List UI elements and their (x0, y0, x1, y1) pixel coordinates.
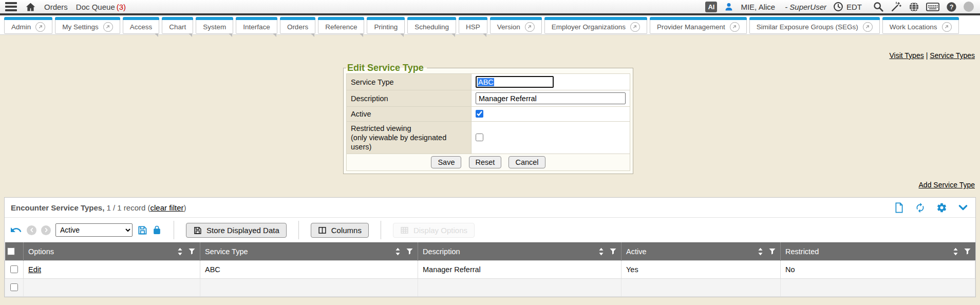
sort-icon[interactable] (598, 248, 604, 256)
user-icon[interactable] (724, 2, 734, 12)
add-service-type-link[interactable]: Add Service Type (919, 181, 975, 189)
cell-description: Manager Referral (418, 261, 621, 279)
header-label: Service Type (205, 247, 248, 256)
filter-icon[interactable] (964, 249, 971, 255)
tab-provider-management[interactable]: Provider Management (650, 17, 747, 34)
header-service-type[interactable]: Service Type (200, 243, 418, 261)
tab-similar-exposure-groups[interactable]: Similar Exposure Groups (SEGs) (749, 17, 880, 34)
header-restricted[interactable]: Restricted (781, 243, 975, 261)
sort-icon[interactable] (953, 248, 958, 256)
new-document-icon[interactable] (894, 202, 904, 213)
form-buttons-row: Save Reset Cancel (347, 154, 630, 171)
service-types-link[interactable]: Service Types (930, 51, 975, 60)
store-displayed-data-button[interactable]: Store Displayed Data (186, 223, 287, 238)
tab-label: Work Locations (890, 23, 937, 31)
doc-queue-label: Doc Queue (76, 3, 115, 11)
cell-restricted: No (781, 261, 975, 279)
tab-printing[interactable]: Printing (367, 17, 405, 34)
tab-version[interactable]: Version (490, 17, 542, 34)
visit-types-link[interactable]: Visit Types (890, 51, 924, 60)
wand-icon[interactable] (891, 1, 902, 12)
header-label: Active (626, 247, 647, 256)
tab-chart[interactable]: Chart (162, 17, 193, 34)
timezone-label: EDT (846, 3, 862, 11)
tab-my-settings[interactable]: My Settings (55, 17, 120, 34)
filter-icon[interactable] (406, 249, 413, 255)
gear-icon[interactable] (936, 202, 947, 213)
cell-active: Yes (621, 261, 781, 279)
ai-badge[interactable]: AI (705, 2, 717, 12)
footer-checkbox[interactable] (10, 283, 18, 291)
help-icon[interactable]: ? (946, 2, 957, 12)
cancel-button[interactable]: Cancel (508, 156, 545, 168)
header-active[interactable]: Active (621, 243, 781, 261)
restricted-label: Restricted viewing (only viewable by des… (347, 122, 472, 154)
save-filter-icon[interactable] (137, 225, 147, 235)
edit-link[interactable]: Edit (28, 265, 41, 274)
tab-orders[interactable]: Orders (280, 17, 315, 34)
tab-scheduling[interactable]: Scheduling (407, 17, 456, 34)
store-button-label: Store Displayed Data (206, 226, 279, 235)
filter-icon[interactable] (769, 249, 776, 255)
popout-icon[interactable] (730, 22, 740, 32)
globe-icon[interactable] (909, 2, 919, 12)
undo-icon[interactable] (10, 224, 22, 236)
tab-label: My Settings (62, 23, 99, 31)
topbar: Orders Doc Queue(3) AI MIE, Alice - Supe… (0, 0, 980, 15)
sort-icon[interactable] (177, 248, 183, 256)
keyboard-icon[interactable] (926, 2, 939, 12)
nav-orders[interactable]: Orders (44, 3, 68, 11)
sort-icon[interactable] (395, 248, 401, 256)
hamburger-menu-icon[interactable] (5, 2, 17, 11)
header-description[interactable]: Description (418, 243, 621, 261)
lock-icon[interactable] (152, 225, 162, 235)
clock-icon[interactable] (833, 2, 843, 12)
search-icon[interactable] (873, 1, 884, 12)
toolbar-divider (381, 221, 381, 239)
tab-reference[interactable]: Reference (318, 17, 364, 34)
gray-circle-icon[interactable] (964, 2, 974, 12)
tab-admin[interactable]: Admin (4, 17, 52, 34)
refresh-icon[interactable] (915, 202, 926, 213)
popout-icon[interactable] (525, 22, 535, 32)
row-checkbox[interactable] (10, 265, 18, 273)
popout-icon[interactable] (35, 22, 45, 32)
collapse-chevron-icon[interactable] (958, 204, 968, 212)
prev-page-icon[interactable] (27, 225, 36, 235)
header-label: Options (28, 247, 54, 256)
tab-employer-organizations[interactable]: Employer Organizations (544, 17, 647, 34)
popout-icon[interactable] (630, 22, 640, 32)
sort-icon[interactable] (758, 248, 763, 256)
reset-button[interactable]: Reset (469, 156, 502, 168)
save-button[interactable]: Save (431, 156, 461, 168)
tab-work-locations[interactable]: Work Locations (882, 17, 959, 34)
active-checkbox[interactable] (476, 110, 483, 118)
filter-select[interactable]: Active (55, 223, 133, 237)
next-page-icon[interactable] (41, 225, 51, 235)
tab-label: Reference (325, 23, 357, 31)
select-all-checkbox[interactable] (7, 247, 15, 255)
tab-hsp[interactable]: HSP (459, 17, 487, 34)
popout-icon[interactable] (103, 22, 113, 32)
home-icon[interactable] (25, 2, 36, 12)
clear-filter-link[interactable]: clear filter (150, 203, 184, 212)
restricted-checkbox[interactable] (476, 134, 483, 141)
filter-icon[interactable] (610, 249, 616, 255)
tab-interface[interactable]: Interface (236, 17, 277, 34)
tab-access[interactable]: Access (123, 17, 160, 34)
display-options-button: Display Options (393, 223, 475, 238)
service-type-input[interactable]: ABC (476, 76, 554, 88)
popout-icon[interactable] (863, 22, 873, 32)
links-separator: | (926, 51, 928, 60)
tab-label: Interface (243, 23, 270, 31)
svg-text:?: ? (950, 3, 954, 10)
tab-system[interactable]: System (196, 17, 233, 34)
columns-button[interactable]: Columns (311, 223, 369, 238)
panel-title: Encounter Service Types, 1 / 1 record (c… (11, 203, 186, 212)
nav-doc-queue[interactable]: Doc Queue(3) (76, 3, 126, 11)
popout-icon[interactable] (942, 22, 952, 32)
floppy-icon (193, 226, 202, 235)
description-input[interactable] (476, 92, 626, 104)
filter-icon[interactable] (189, 249, 195, 255)
header-options[interactable]: Options (24, 243, 200, 261)
